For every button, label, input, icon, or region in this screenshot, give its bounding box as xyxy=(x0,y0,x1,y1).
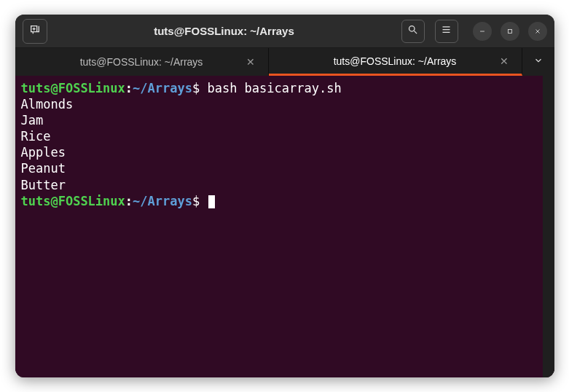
titlebar: tuts@FOSSLinux: ~/Arrays xyxy=(15,15,554,48)
titlebar-right xyxy=(401,20,547,43)
output-line: Apples xyxy=(21,144,537,160)
minimize-icon xyxy=(479,25,486,38)
command-text: bash basicarray.sh xyxy=(207,81,341,95)
prompt-colon: : xyxy=(125,194,133,208)
tab-bar: tuts@FOSSLinux: ~/Arrays ✕ tuts@FOSSLinu… xyxy=(15,48,554,76)
tab-dropdown-button[interactable] xyxy=(522,48,554,76)
tab-label: tuts@FOSSLinux: ~/Arrays xyxy=(334,55,457,67)
window-controls xyxy=(473,22,547,41)
output-line: Jam xyxy=(21,112,537,128)
prompt-user-host: tuts@FOSSLinux xyxy=(21,81,125,95)
search-button[interactable] xyxy=(401,20,425,43)
terminal-window: tuts@FOSSLinux: ~/Arrays xyxy=(15,15,554,377)
cursor xyxy=(208,195,215,208)
prompt-path: ~/Arrays xyxy=(133,81,192,95)
close-button[interactable] xyxy=(528,22,547,41)
svg-line-1 xyxy=(414,31,417,34)
tab-2[interactable]: tuts@FOSSLinux: ~/Arrays ✕ xyxy=(269,48,522,76)
output-line: Rice xyxy=(21,128,537,144)
tab-close-icon[interactable]: ✕ xyxy=(500,55,509,67)
maximize-icon xyxy=(506,25,514,38)
search-icon xyxy=(407,24,418,38)
minimize-button[interactable] xyxy=(473,22,492,41)
output-line: Almonds xyxy=(21,96,537,112)
tab-close-icon[interactable]: ✕ xyxy=(246,56,255,68)
menu-button[interactable] xyxy=(435,20,458,43)
output-line: Butter xyxy=(21,177,537,193)
prompt-symbol: $ xyxy=(192,81,207,95)
terminal-content[interactable]: tuts@FOSSLinux:~/Arrays$ bash basicarray… xyxy=(15,76,554,377)
close-icon xyxy=(534,25,541,38)
prompt-line: tuts@FOSSLinux:~/Arrays$ bash basicarray… xyxy=(21,80,537,96)
prompt-symbol: $ xyxy=(192,194,207,208)
prompt-line: tuts@FOSSLinux:~/Arrays$ xyxy=(21,193,537,209)
new-tab-button[interactable] xyxy=(23,19,47,44)
prompt-colon: : xyxy=(125,81,133,95)
prompt-user-host: tuts@FOSSLinux xyxy=(21,194,125,208)
hamburger-icon xyxy=(441,24,452,38)
prompt-path: ~/Arrays xyxy=(133,194,192,208)
window-title: tuts@FOSSLinux: ~/Arrays xyxy=(47,25,401,37)
titlebar-left xyxy=(23,19,47,44)
tab-1[interactable]: tuts@FOSSLinux: ~/Arrays ✕ xyxy=(15,48,269,76)
maximize-button[interactable] xyxy=(501,22,519,41)
output-line: Peanut xyxy=(21,160,537,176)
tab-label: tuts@FOSSLinux: ~/Arrays xyxy=(80,56,203,68)
chevron-down-icon xyxy=(533,55,544,68)
svg-rect-6 xyxy=(508,29,511,33)
svg-point-0 xyxy=(409,26,415,32)
new-tab-icon xyxy=(29,24,41,39)
